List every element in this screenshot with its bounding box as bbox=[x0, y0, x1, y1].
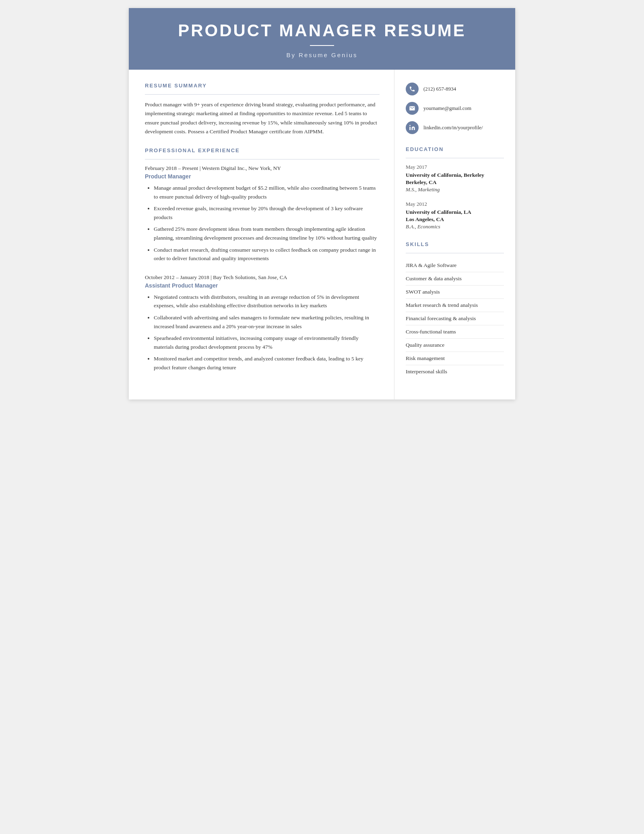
skills-section: SKILLS JIRA & Agile Software Customer & … bbox=[406, 241, 504, 378]
linkedin-svg bbox=[409, 124, 415, 131]
job-1-role: Product Manager bbox=[145, 173, 380, 180]
svg-point-0 bbox=[409, 125, 411, 126]
body: RESUME SUMMARY Product manager with 9+ y… bbox=[129, 70, 515, 399]
summary-divider bbox=[145, 94, 380, 95]
linkedin-icon bbox=[406, 121, 419, 134]
skill-item: Cross-functional teams bbox=[406, 325, 504, 339]
edu-2-degree: B.A., Economics bbox=[406, 224, 504, 230]
phone-icon bbox=[406, 83, 419, 95]
resume-title: PRODUCT MANAGER RESUME bbox=[145, 21, 499, 40]
edu-2-date: May 2012 bbox=[406, 201, 504, 207]
email-contact: yourname@gmail.com bbox=[406, 102, 504, 115]
list-item: Exceeded revenue goals, increasing reven… bbox=[154, 204, 380, 221]
job-2: October 2012 – January 2018 | Bay Tech S… bbox=[145, 274, 380, 372]
education-section: EDUCATION May 2017 University of Califor… bbox=[406, 146, 504, 230]
skill-item: JIRA & Agile Software bbox=[406, 259, 504, 272]
job-2-role: Assistant Product Manager bbox=[145, 282, 380, 289]
edu-1-date: May 2017 bbox=[406, 164, 504, 170]
phone-contact: (212) 657-8934 bbox=[406, 83, 504, 95]
list-item: Manage annual product development budget… bbox=[154, 184, 380, 201]
list-item: Gathered 25% more development ideas from… bbox=[154, 225, 380, 242]
contact-section: (212) 657-8934 yourname@gmail.com bbox=[406, 83, 504, 134]
skill-item: Market research & trend analysis bbox=[406, 299, 504, 312]
skill-item: Interpersonal skills bbox=[406, 365, 504, 378]
experience-section-title: PROFESSIONAL EXPERIENCE bbox=[145, 147, 380, 155]
linkedin-text: linkedin.com/in/yourprofile/ bbox=[423, 124, 483, 131]
email-text: yourname@gmail.com bbox=[423, 105, 471, 112]
edu-2-city: Los Angeles, CA bbox=[406, 216, 504, 223]
email-svg bbox=[409, 105, 415, 112]
list-item: Negotiated contracts with distributors, … bbox=[154, 293, 380, 310]
header: PRODUCT MANAGER RESUME By Resume Genius bbox=[129, 8, 515, 70]
job-1-date-location: February 2018 – Present | Western Digita… bbox=[145, 165, 380, 172]
education-section-title: EDUCATION bbox=[406, 146, 504, 154]
phone-svg bbox=[409, 86, 415, 92]
phone-text: (212) 657-8934 bbox=[423, 86, 456, 92]
edu-entry-1: May 2017 University of California, Berke… bbox=[406, 164, 504, 193]
email-icon bbox=[406, 102, 419, 115]
job-1-bullets: Manage annual product development budget… bbox=[145, 184, 380, 263]
skill-item: SWOT analysis bbox=[406, 286, 504, 299]
education-divider bbox=[406, 158, 504, 158]
job-2-bullets: Negotiated contracts with distributors, … bbox=[145, 293, 380, 372]
skill-item: Risk management bbox=[406, 352, 504, 365]
summary-section: RESUME SUMMARY Product manager with 9+ y… bbox=[145, 83, 380, 136]
summary-text: Product manager with 9+ years of experie… bbox=[145, 100, 380, 136]
edu-1-city: Berkeley, CA bbox=[406, 179, 504, 186]
list-item: Spearheaded environmental initiatives, i… bbox=[154, 334, 380, 351]
edu-1-school: University of California, Berkeley bbox=[406, 172, 504, 179]
experience-section: PROFESSIONAL EXPERIENCE February 2018 – … bbox=[145, 147, 380, 372]
linkedin-contact: linkedin.com/in/yourprofile/ bbox=[406, 121, 504, 134]
list-item: Monitored market and competitor trends, … bbox=[154, 354, 380, 372]
skill-item: Financial forecasting & analysis bbox=[406, 312, 504, 325]
header-subtitle: By Resume Genius bbox=[145, 52, 499, 58]
edu-entry-2: May 2012 University of California, LA Lo… bbox=[406, 201, 504, 230]
resume-page: PRODUCT MANAGER RESUME By Resume Genius … bbox=[129, 8, 515, 399]
job-1: February 2018 – Present | Western Digita… bbox=[145, 165, 380, 263]
edu-2-school: University of California, LA bbox=[406, 209, 504, 216]
list-item: Collaborated with advertising and sales … bbox=[154, 313, 380, 331]
skills-divider bbox=[406, 253, 504, 253]
list-item: Conduct market research, drafting consum… bbox=[154, 246, 380, 263]
side-column: (212) 657-8934 yourname@gmail.com bbox=[394, 70, 515, 399]
skills-section-title: SKILLS bbox=[406, 241, 504, 249]
skill-item: Customer & data analysis bbox=[406, 272, 504, 286]
summary-section-title: RESUME SUMMARY bbox=[145, 83, 380, 90]
edu-1-degree: M.S., Marketing bbox=[406, 186, 504, 193]
skill-item: Quality assurance bbox=[406, 339, 504, 352]
experience-divider bbox=[145, 159, 380, 159]
main-column: RESUME SUMMARY Product manager with 9+ y… bbox=[129, 70, 394, 399]
job-2-date-location: October 2012 – January 2018 | Bay Tech S… bbox=[145, 274, 380, 281]
header-divider bbox=[310, 45, 334, 46]
